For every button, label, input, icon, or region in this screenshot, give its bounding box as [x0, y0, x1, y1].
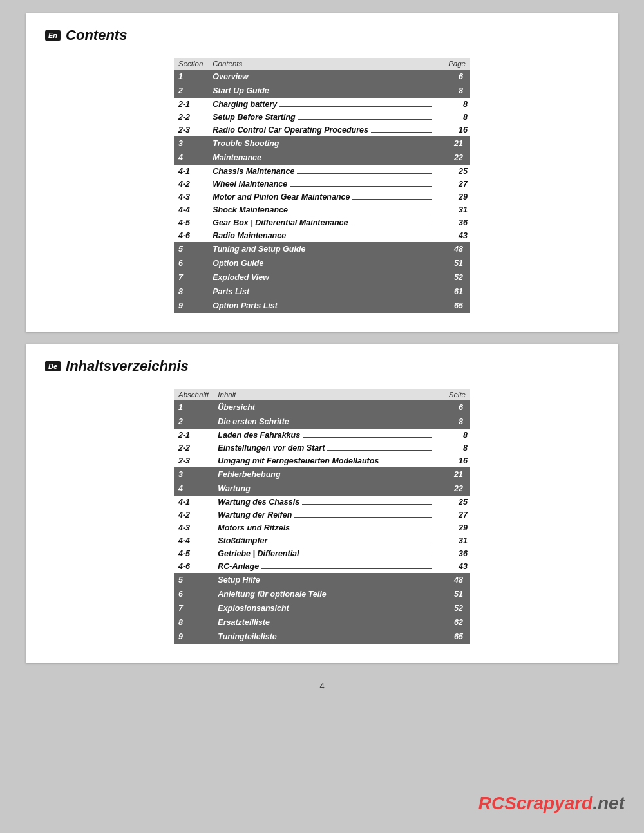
de-header-contents: Inhalt — [213, 389, 436, 400]
en-header: En Contents — [45, 27, 599, 44]
row-page: 27 — [437, 178, 470, 191]
row-section: 7 — [174, 270, 208, 285]
row-section: 4-5 — [174, 216, 208, 229]
row-page: 25 — [437, 496, 470, 509]
row-page: 16 — [437, 454, 470, 467]
row-title: Übersicht 6 — [213, 400, 470, 415]
table-row: 3 Trouble Shooting 21 — [174, 136, 470, 151]
en-section: En Contents Section Contents Page 1 Over… — [26, 13, 618, 332]
table-row: 2-2 Einstellungen vor dem Start 8 — [174, 442, 470, 454]
table-row: 4-6 RC-Anlage 43 — [174, 560, 470, 573]
row-section: 4-6 — [174, 229, 208, 242]
row-title: Wartung des Chassis — [213, 496, 436, 509]
row-section: 2-1 — [174, 98, 208, 111]
table-row: 4-3 Motor and Pinion Gear Maintenance 29 — [174, 191, 470, 203]
row-section: 9 — [174, 630, 213, 644]
row-title: Start Up Guide 8 — [208, 84, 470, 98]
row-title: Trouble Shooting 21 — [208, 136, 470, 151]
row-title: Option Parts List 65 — [208, 299, 470, 313]
en-header-section: Section — [174, 58, 208, 70]
row-section: 2-3 — [174, 454, 213, 467]
row-section: 7 — [174, 601, 213, 615]
table-row: 8 Ersatzteilliste 62 — [174, 615, 470, 630]
row-title: Wartung der Reifen — [213, 509, 436, 521]
row-section: 5 — [174, 242, 208, 256]
de-header-page: Seite — [437, 389, 470, 400]
row-title: Charging battery — [208, 98, 437, 111]
row-page: 8 — [437, 442, 470, 454]
table-row: 4-3 Motors und Ritzels 29 — [174, 521, 470, 534]
table-row: 4-4 Shock Maintenance 31 — [174, 203, 470, 216]
row-section: 4-1 — [174, 165, 208, 178]
row-section: 4-1 — [174, 496, 213, 509]
row-title: Gear Box | Differential Maintenance — [208, 216, 437, 229]
row-title: Tuning and Setup Guide 48 — [208, 242, 470, 256]
table-row: 1 Overview 6 — [174, 70, 470, 84]
row-title: Wheel Maintenance — [208, 178, 437, 191]
row-page: 8 — [437, 98, 470, 111]
row-title: Option Guide 51 — [208, 256, 470, 270]
row-title: Chassis Maintenance — [208, 165, 437, 178]
row-section: 4-3 — [174, 521, 213, 534]
table-row: 4-1 Wartung des Chassis 25 — [174, 496, 470, 509]
row-title: Setup Before Starting — [208, 111, 437, 124]
row-page: 31 — [437, 203, 470, 216]
row-section: 4-2 — [174, 509, 213, 521]
row-title: Radio Control Car Operating Procedures — [208, 124, 437, 136]
watermark-dot: . — [592, 793, 598, 813]
table-row: 4-5 Getriebe | Differential 36 — [174, 547, 470, 560]
row-title: Parts List 61 — [208, 285, 470, 299]
row-title: RC-Anlage — [213, 560, 436, 573]
row-section: 1 — [174, 70, 208, 84]
row-section: 4-4 — [174, 203, 208, 216]
row-title: Einstellungen vor dem Start — [213, 442, 436, 454]
de-title: Inhaltsverzeichnis — [66, 358, 189, 375]
table-row: 4-2 Wartung der Reifen 27 — [174, 509, 470, 521]
table-row: 2-2 Setup Before Starting 8 — [174, 111, 470, 124]
row-page: 36 — [437, 547, 470, 560]
row-section: 5 — [174, 573, 213, 587]
table-row: 8 Parts List 61 — [174, 285, 470, 299]
table-row: 4 Maintenance 22 — [174, 151, 470, 165]
row-section: 4-3 — [174, 191, 208, 203]
watermark-scrapyard: Scrapyard — [504, 793, 592, 813]
row-section: 3 — [174, 467, 213, 482]
table-row: 2-1 Laden des Fahrakkus 8 — [174, 429, 470, 442]
table-row: 2-3 Umgang mit Ferngesteuerten Modellaut… — [174, 454, 470, 467]
row-section: 2-3 — [174, 124, 208, 136]
row-title: Stoßdämpfer — [213, 534, 436, 547]
page-number: 4 — [319, 681, 324, 691]
row-section: 3 — [174, 136, 208, 151]
row-page: 29 — [437, 191, 470, 203]
table-row: 7 Exploded View 52 — [174, 270, 470, 285]
row-title: Die ersten Schritte 8 — [213, 415, 470, 429]
row-page: 25 — [437, 165, 470, 178]
en-toc-table: Section Contents Page 1 Overview 6 2 Sta… — [174, 58, 470, 313]
de-lang-badge: De — [45, 361, 61, 371]
row-section: 4 — [174, 482, 213, 496]
de-table-header: Abschnitt Inhalt Seite — [174, 389, 470, 400]
table-row: 5 Setup Hilfe 48 — [174, 573, 470, 587]
watermark: RCScrapyard.net — [478, 793, 625, 814]
row-title: Ersatzteilliste 62 — [213, 615, 470, 630]
table-row: 4 Wartung 22 — [174, 482, 470, 496]
row-title: Shock Maintenance — [208, 203, 437, 216]
table-row: 4-2 Wheel Maintenance 27 — [174, 178, 470, 191]
row-title: Getriebe | Differential — [213, 547, 436, 560]
row-section: 4-2 — [174, 178, 208, 191]
en-lang-badge: En — [45, 30, 61, 41]
table-row: 5 Tuning and Setup Guide 48 — [174, 242, 470, 256]
row-section: 6 — [174, 587, 213, 601]
en-title: Contents — [66, 27, 127, 44]
table-row: 2-3 Radio Control Car Operating Procedur… — [174, 124, 470, 136]
row-title: Umgang mit Ferngesteuerten Modellautos — [213, 454, 436, 467]
row-page: 43 — [437, 229, 470, 242]
de-header: De Inhaltsverzeichnis — [45, 358, 599, 375]
row-title: Tuningteileliste 65 — [213, 630, 470, 644]
row-title: Explosionsansicht 52 — [213, 601, 470, 615]
row-section: 4-4 — [174, 534, 213, 547]
en-header-contents: Contents — [208, 58, 437, 70]
row-section: 8 — [174, 615, 213, 630]
watermark-rc: RC — [478, 793, 504, 813]
row-title: Fehlerbehebung 21 — [213, 467, 470, 482]
